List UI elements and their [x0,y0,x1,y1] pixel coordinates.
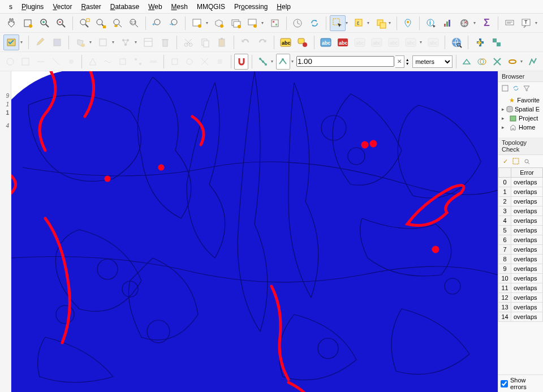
table-row[interactable]: 13overlaps [499,303,543,312]
new-map-button[interactable] [189,15,205,31]
edits-button[interactable] [3,35,19,50]
locator-button[interactable] [400,15,416,31]
label-ghost5-button[interactable]: abc [425,35,441,50]
add-layer-icon[interactable] [501,84,510,93]
cut-button[interactable] [180,35,196,50]
table-row[interactable]: 5overlaps [499,226,543,235]
select-value-combo[interactable]: ε▾ [351,15,372,31]
table-row[interactable]: 11overlaps [499,283,543,293]
table-row[interactable]: 0overlaps [499,178,543,187]
adv4-button[interactable] [49,54,63,70]
dig-shape-button[interactable] [95,35,111,50]
layout-manager-button[interactable] [228,15,244,31]
dropdown-icon[interactable]: ▾ [271,59,275,64]
deselect-button[interactable] [373,15,389,31]
table-row[interactable]: 6overlaps [499,235,543,245]
label-abc-button[interactable]: abc [278,35,294,50]
add-feature-button[interactable] [72,35,88,50]
zoom-out-button[interactable] [54,15,70,31]
adv11-button[interactable] [167,54,182,70]
dropdown-icon[interactable]: ▾ [367,20,372,25]
adv5-button[interactable] [64,54,78,70]
snap-tolerance-input[interactable] [296,56,394,67]
dropdown-icon[interactable]: ▾ [520,59,524,64]
vertex-tool-button[interactable] [118,35,133,50]
zoom-next-button[interactable] [166,15,182,31]
maptips-button[interactable] [502,15,518,31]
adv10-button[interactable] [146,54,160,70]
menu-raster[interactable]: Raster [76,1,105,12]
adv14-button[interactable] [213,54,227,70]
zoom-last-button[interactable] [149,15,165,31]
self-snap-button[interactable] [505,54,519,70]
table-row[interactable]: 2overlaps [499,197,543,206]
dropdown-icon[interactable]: ▾ [420,40,424,45]
dropdown-icon[interactable]: ▾ [20,40,25,45]
snap-intersect-button[interactable] [475,54,489,70]
zoom-layer-button[interactable] [110,15,126,31]
label-ghost4-button[interactable]: abc [403,35,419,50]
python-button[interactable] [472,35,488,50]
label-ghost1-button[interactable]: abc [352,35,368,50]
toggle-edit-button[interactable] [32,35,48,50]
snap-options-button[interactable] [256,54,270,70]
paste-button[interactable] [214,35,230,50]
select-features-button[interactable] [330,15,346,31]
clear-icon[interactable]: ✕ [395,55,404,68]
table-row[interactable]: 7overlaps [499,245,543,255]
tree-toggle-icon[interactable]: ▸ [502,124,507,130]
style-manager-button[interactable] [267,15,283,31]
tree-toggle-icon[interactable]: ▸ [502,106,505,112]
col-idx[interactable] [499,168,511,178]
save-edits-button[interactable] [49,35,65,50]
label-highlight-button[interactable]: abc [318,35,334,50]
table-row[interactable]: 4overlaps [499,216,543,226]
dropdown-icon[interactable]: ▾ [261,20,266,25]
snap-unit-select[interactable]: meters [412,55,453,68]
adv13-button[interactable] [198,54,212,70]
dropdown-icon[interactable]: ▾ [89,40,94,45]
filter-icon[interactable] [522,84,531,93]
statistics-button[interactable] [440,15,456,31]
menu-processing[interactable]: Processing [230,1,272,12]
adv1-button[interactable] [3,54,18,70]
enable-tracing-button[interactable] [525,54,540,70]
redo-button[interactable] [255,35,270,50]
dropdown-icon[interactable]: ▾ [291,59,295,64]
table-row[interactable]: 1overlaps [499,187,543,197]
map-canvas[interactable] [11,71,498,392]
new-layout-button[interactable] [245,15,261,31]
dropdown-icon[interactable]: ▾ [535,20,540,25]
plugin-button[interactable] [489,35,505,50]
adv2-button[interactable] [19,54,33,70]
select-by-value-button[interactable]: ε [351,15,367,31]
refresh-icon[interactable] [511,84,520,93]
menu-plugins[interactable]: Plugins [17,1,48,12]
configure-icon[interactable] [522,157,531,166]
tree-toggle-icon[interactable]: ▸ [502,115,507,121]
dropdown-icon[interactable]: ▾ [135,40,139,45]
menu-web[interactable]: Web [144,1,166,12]
adv3-button[interactable] [34,54,48,70]
tree-item[interactable]: ▸Home [501,123,541,132]
table-row[interactable]: 8overlaps [499,255,543,264]
identify-button[interactable]: i [423,15,439,31]
text-annotation-button[interactable]: T [519,15,535,31]
tree-item[interactable]: ★Favorite [501,96,541,105]
select-combo[interactable]: ▾ [330,15,350,31]
snap-toggle-button[interactable] [234,54,248,70]
adv6-button[interactable] [85,54,100,70]
tree-item[interactable]: ▸Project [501,114,541,123]
validate-icon[interactable]: ✓ [501,157,510,166]
adv7-button[interactable] [101,54,115,70]
zoom-full-button[interactable] [76,15,92,31]
menu-database[interactable]: Database [106,1,144,12]
osm-search-button[interactable] [449,35,464,50]
pan-button[interactable] [3,15,19,31]
label-settings-button[interactable] [295,35,311,50]
menu-vector[interactable]: Vector [48,1,76,12]
zoom-in-button[interactable] [37,15,53,31]
adv8-button[interactable] [116,54,130,70]
dropdown-icon[interactable]: ▾ [473,20,478,25]
table-row[interactable]: 9overlaps [499,264,543,274]
